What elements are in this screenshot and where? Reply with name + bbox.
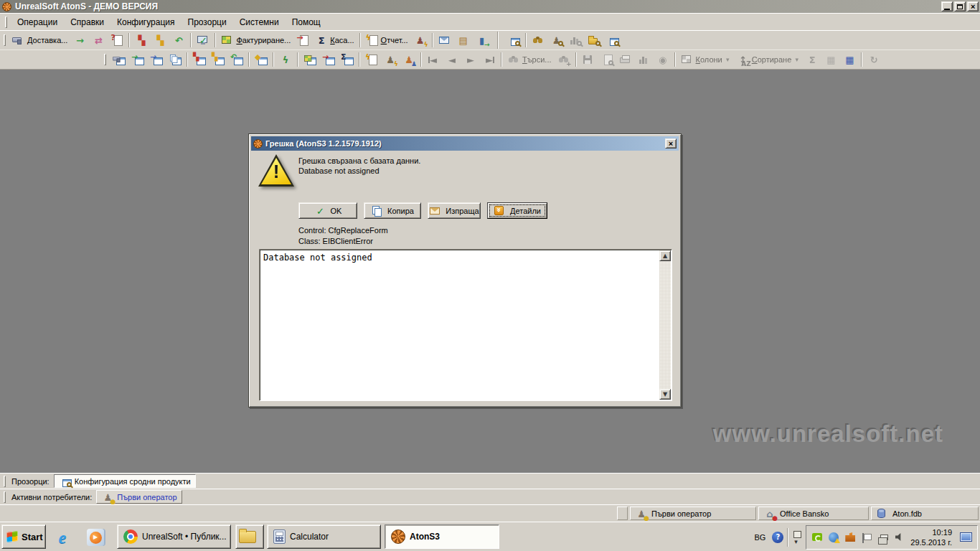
restore-button[interactable] — [954, 1, 966, 11]
volume-tray-icon[interactable] — [894, 532, 905, 543]
gem-window-button[interactable]: ◆ — [252, 51, 270, 68]
minimize-button[interactable] — [941, 1, 953, 11]
search-chart-button[interactable] — [566, 32, 585, 49]
active-user-button[interactable]: ♟● Първи оператор — [96, 490, 182, 504]
pos-terminal-button[interactable]: ✓ — [194, 32, 212, 49]
mail-button[interactable] — [435, 32, 454, 49]
details-button[interactable]: » Детайли — [487, 202, 547, 219]
flag-tray-icon[interactable] — [861, 532, 872, 543]
revert-home-button[interactable]: ↶ — [169, 32, 188, 49]
details-scrollbar[interactable]: ▲ ▼ — [659, 250, 671, 400]
calendar-button[interactable]: ▦ — [840, 51, 859, 68]
transfer-window-button[interactable]: → — [147, 51, 166, 68]
language-indicator[interactable]: BG — [751, 533, 768, 542]
copy-document-question-button[interactable]: ? — [108, 32, 126, 49]
tray-expand-button[interactable]: ▾ — [792, 530, 802, 545]
revert-window-button[interactable]: ↶ — [227, 51, 246, 68]
menu-operations[interactable]: Операции — [11, 15, 64, 29]
task-button-atons3[interactable]: AtonS3 — [385, 524, 499, 549]
menu-help[interactable]: Помощ — [286, 15, 327, 29]
nvidia-tray-icon[interactable] — [811, 532, 823, 543]
view-window-button[interactable] — [504, 32, 523, 49]
print-button[interactable] — [616, 51, 635, 68]
invoicing-button[interactable]: Фактуриране... — [218, 32, 293, 49]
totals-button[interactable]: Σ — [803, 51, 821, 68]
close-button[interactable]: × — [967, 1, 979, 11]
totals-window-button[interactable]: Σ — [338, 51, 357, 68]
show-desktop-icon[interactable] — [960, 532, 972, 542]
copy-button[interactable]: Копира — [364, 202, 421, 219]
details-text[interactable]: Database not assigned — [263, 253, 656, 397]
task-button-chrome[interactable]: UnrealSoft • Публик... — [117, 524, 231, 549]
toolbar2-grip[interactable] — [104, 54, 106, 65]
nodes-yellow-window-button[interactable]: ▚ — [209, 51, 227, 68]
grid-window-button[interactable] — [301, 51, 319, 68]
search-button[interactable]: Търси... — [504, 51, 555, 68]
export-globe-button[interactable]: ◉ — [654, 51, 672, 68]
cash-register-button[interactable]: ΣКаса... — [312, 32, 357, 49]
documents-window-button[interactable] — [166, 51, 184, 68]
menu-grip[interactable] — [5, 17, 7, 28]
report-button[interactable]: ϟОтчет... — [363, 32, 411, 49]
wallet-button[interactable]: ▤ — [454, 32, 473, 49]
print-preview-button[interactable] — [598, 51, 616, 68]
menu-windows[interactable]: Прозорци — [182, 15, 233, 29]
ie-quicklaunch-button[interactable]: e — [52, 527, 73, 547]
open-window-button[interactable]: Конфигурация сродни продукти — [54, 474, 196, 488]
grid-lines-button[interactable]: ▦ — [821, 51, 840, 68]
nav-first-button[interactable]: ◄ — [424, 51, 443, 68]
network-tray-icon[interactable] — [877, 532, 889, 543]
help-icon[interactable]: ? — [772, 532, 783, 543]
error-dialog-titlebar[interactable]: Грешка (AtonS3 1.2.1579.1912) × — [251, 136, 679, 151]
columns-button[interactable]: Колони▾ — [678, 51, 734, 68]
save-button[interactable] — [579, 51, 598, 68]
userbar-grip[interactable] — [4, 491, 6, 503]
send-button[interactable]: Изпраща — [428, 202, 481, 219]
lightning-document-button[interactable]: ϟ — [362, 51, 381, 68]
delivery-button[interactable]: Доставка... — [9, 32, 70, 49]
task-button-calculator[interactable]: Calculator — [267, 524, 381, 549]
ok-button[interactable]: ✓ OK — [298, 202, 357, 219]
task-button-folder[interactable] — [235, 524, 264, 549]
operators-pair-button[interactable]: ♟♟ — [400, 51, 418, 68]
refresh-button[interactable]: ↻ — [864, 51, 883, 68]
search-binoculars-button[interactable] — [529, 32, 547, 49]
search-folder-button[interactable] — [585, 32, 603, 49]
security-tray-icon[interactable] — [844, 532, 856, 543]
nodes-yellow-button[interactable]: ▚ — [151, 32, 169, 49]
menu-configuration[interactable]: Конфигурация — [110, 15, 182, 29]
operator-actions-button[interactable]: ♟ϟ — [411, 32, 430, 49]
menu-system[interactable]: Системни — [233, 15, 286, 29]
wmp-quicklaunch-button[interactable]: ▶ — [85, 527, 106, 547]
dialog-close-button[interactable]: × — [665, 138, 677, 149]
exit-door-button[interactable]: ▮→ — [473, 32, 491, 49]
start-button[interactable]: Start — [1, 524, 46, 549]
winbar-grip[interactable] — [4, 476, 6, 487]
chart-button[interactable] — [635, 51, 654, 68]
search-operator-button[interactable]: ♟ — [547, 32, 566, 49]
receive-window-button[interactable]: → — [128, 51, 147, 68]
toolbar1-grip[interactable] — [4, 34, 6, 46]
truck-icon — [12, 34, 25, 46]
import-window-button[interactable]: → — [319, 51, 338, 68]
nav-next-button[interactable]: ► — [461, 51, 480, 68]
nav-last-button[interactable]: ► — [480, 51, 499, 68]
tray-clock[interactable]: 10:19 29.5.2013 г. — [910, 527, 952, 547]
search-add-button[interactable]: + — [555, 51, 573, 68]
receive-document-button[interactable]: → — [70, 32, 89, 49]
search-window-button[interactable] — [603, 32, 622, 49]
details-textarea[interactable]: Database not assigned ▲ ▼ — [259, 249, 672, 401]
menu-references[interactable]: Справки — [64, 15, 110, 29]
execute-button[interactable]: ϟ — [276, 51, 295, 68]
lightning-operator-button[interactable]: ♟ϟ — [381, 51, 400, 68]
scroll-up-button[interactable]: ▲ — [659, 250, 671, 261]
nodes-red-window-button[interactable]: ▚ — [190, 51, 209, 68]
nodes-red-button[interactable]: ▚ — [132, 32, 151, 49]
import-document-button[interactable]: → — [293, 32, 312, 49]
sorting-button[interactable]: ↕AZСортиране▾ — [734, 51, 804, 68]
update-globe-tray-icon[interactable] — [828, 532, 839, 543]
delivery-window-button[interactable] — [110, 51, 128, 68]
nav-prev-button[interactable]: ◄ — [443, 51, 461, 68]
transfer-documents-button[interactable]: ⇄ — [89, 32, 108, 49]
scroll-down-button[interactable]: ▼ — [659, 389, 671, 400]
